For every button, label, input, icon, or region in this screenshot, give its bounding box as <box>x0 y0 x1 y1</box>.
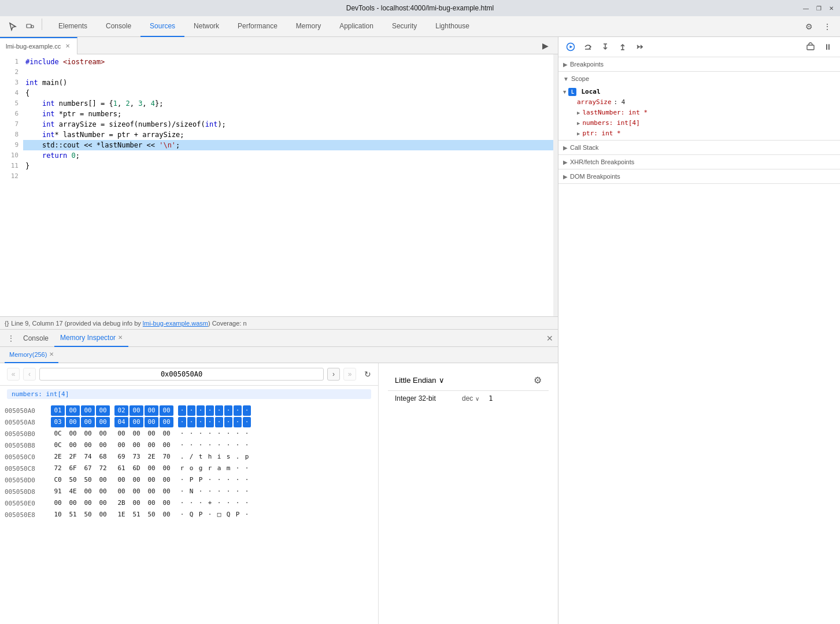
address-refresh-button[interactable]: ↻ <box>364 370 371 379</box>
nav-tab-memory[interactable]: Memory <box>287 16 330 37</box>
mem-byte[interactable]: 1E <box>114 509 128 520</box>
nav-tab-application[interactable]: Application <box>330 16 383 37</box>
mem-byte[interactable]: 50 <box>145 509 158 520</box>
mem-byte[interactable]: 00 <box>129 405 143 416</box>
mem-byte[interactable]: 50 <box>81 509 95 520</box>
local-chevron[interactable]: ▼ <box>563 87 566 97</box>
mem-byte[interactable]: 00 <box>160 475 173 485</box>
mem-byte[interactable]: 00 <box>129 486 143 497</box>
mem-byte[interactable]: 74 <box>81 452 95 462</box>
numbers-chevron[interactable]: ▶ <box>577 118 580 128</box>
mem-byte[interactable]: 6D <box>129 463 143 474</box>
device-toolbar-icon[interactable] <box>22 19 38 35</box>
bottom-panel-toggle[interactable]: ⋮ <box>5 334 17 343</box>
bottom-tab-console[interactable]: Console <box>17 330 54 347</box>
mem-byte[interactable]: 4E <box>66 486 80 497</box>
address-back-button[interactable]: ‹ <box>23 368 36 381</box>
nav-tab-lighthouse[interactable]: Lighthouse <box>426 16 479 37</box>
mem-byte[interactable]: 01 <box>51 405 65 416</box>
mem-byte[interactable]: 00 <box>66 405 80 416</box>
memory-tab-close[interactable]: ✕ <box>49 351 54 357</box>
resume-button[interactable] <box>563 39 578 54</box>
call-stack-header[interactable]: ▶ Call Stack <box>558 141 840 154</box>
mem-byte[interactable]: 00 <box>66 498 80 508</box>
mem-byte[interactable]: 00 <box>129 417 143 427</box>
mem-byte[interactable]: 00 <box>81 417 95 427</box>
mem-byte[interactable]: 2B <box>114 498 128 508</box>
mem-byte[interactable]: C0 <box>51 475 65 485</box>
mem-byte[interactable]: 72 <box>51 463 65 474</box>
nav-tab-console[interactable]: Console <box>97 16 140 37</box>
mem-byte[interactable]: 00 <box>160 463 173 474</box>
step-button[interactable] <box>632 39 647 54</box>
mem-byte[interactable]: 00 <box>145 463 158 474</box>
step-into-button[interactable] <box>598 39 613 54</box>
mem-byte[interactable]: 00 <box>160 440 173 451</box>
mem-byte[interactable]: 0C <box>51 429 65 439</box>
more-options-icon[interactable]: ⋮ <box>819 19 835 35</box>
run-snippet-icon[interactable]: ▶ <box>537 38 553 54</box>
mem-byte[interactable]: 2E <box>51 452 65 462</box>
address-forward-button[interactable]: › <box>327 368 340 381</box>
value-format-select[interactable]: dec ∨ <box>462 394 479 403</box>
bottom-tab-close-memory-inspector[interactable]: ✕ <box>118 334 123 341</box>
memory-tab-256[interactable]: Memory(256) ✕ <box>5 347 58 363</box>
mem-byte[interactable]: 00 <box>81 486 95 497</box>
mem-byte[interactable]: 00 <box>114 429 128 439</box>
mem-byte[interactable]: 6F <box>66 463 80 474</box>
mem-byte[interactable]: 2F <box>66 452 80 462</box>
mem-byte[interactable]: 00 <box>129 440 143 451</box>
mem-byte[interactable]: 00 <box>129 498 143 508</box>
mem-byte[interactable]: 00 <box>96 417 110 427</box>
mem-byte[interactable]: 51 <box>66 509 80 520</box>
mem-byte[interactable]: 00 <box>160 429 173 439</box>
mem-byte[interactable]: 70 <box>160 452 173 462</box>
mem-byte[interactable]: 00 <box>81 429 95 439</box>
wasm-link[interactable]: lmi-bug-example.wasm <box>143 320 208 327</box>
step-out-button[interactable] <box>615 39 630 54</box>
mem-byte[interactable]: 72 <box>96 463 110 474</box>
xhr-breakpoints-header[interactable]: ▶ XHR/fetch Breakpoints <box>558 155 840 169</box>
mem-byte[interactable]: 00 <box>96 429 110 439</box>
mem-byte[interactable]: 00 <box>114 440 128 451</box>
mem-byte[interactable]: 00 <box>145 405 158 416</box>
mem-byte[interactable]: 2E <box>145 452 158 462</box>
close-panel-button[interactable]: ✕ <box>546 334 553 343</box>
mem-byte[interactable]: 68 <box>96 452 110 462</box>
mem-byte[interactable]: 61 <box>114 463 128 474</box>
mem-byte[interactable]: 00 <box>129 429 143 439</box>
mem-byte[interactable]: 50 <box>81 475 95 485</box>
mem-byte[interactable]: 50 <box>66 475 80 485</box>
mem-byte[interactable]: 00 <box>145 475 158 485</box>
blackbox-icon[interactable] <box>803 39 818 54</box>
mem-byte[interactable]: 00 <box>96 486 110 497</box>
bottom-tab-memory-inspector[interactable]: Memory Inspector✕ <box>54 330 128 347</box>
mem-byte[interactable]: 00 <box>96 509 110 520</box>
mem-byte[interactable]: 00 <box>145 440 158 451</box>
mem-byte[interactable]: 00 <box>96 440 110 451</box>
settings-icon[interactable]: ⚙ <box>801 19 817 35</box>
scope-header[interactable]: ▼ Scope <box>558 72 840 86</box>
mem-byte[interactable]: 00 <box>145 417 158 427</box>
mem-byte[interactable]: 67 <box>81 463 95 474</box>
mem-byte[interactable]: 00 <box>129 475 143 485</box>
address-input[interactable] <box>39 368 324 381</box>
mem-byte[interactable]: 00 <box>96 498 110 508</box>
mem-byte[interactable]: 0C <box>51 440 65 451</box>
nav-tab-performance[interactable]: Performance <box>228 16 287 37</box>
endian-settings-icon[interactable]: ⚙ <box>534 375 542 386</box>
file-tab[interactable]: lmi-bug-example.cc ✕ <box>0 37 77 54</box>
nav-tab-elements[interactable]: Elements <box>49 16 97 37</box>
code-scrollbar[interactable] <box>553 54 558 316</box>
mem-byte[interactable]: 73 <box>129 452 143 462</box>
mem-byte[interactable]: 00 <box>145 486 158 497</box>
nav-tab-network[interactable]: Network <box>184 16 228 37</box>
endian-select[interactable]: Little Endian ∨ <box>395 376 445 385</box>
mem-byte[interactable]: 91 <box>51 486 65 497</box>
restore-button[interactable]: ❐ <box>815 4 823 12</box>
step-over-button[interactable] <box>580 39 595 54</box>
mem-byte[interactable]: 00 <box>160 498 173 508</box>
mem-byte[interactable]: 00 <box>160 486 173 497</box>
mem-byte[interactable]: 00 <box>160 405 173 416</box>
mem-byte[interactable]: 00 <box>96 405 110 416</box>
